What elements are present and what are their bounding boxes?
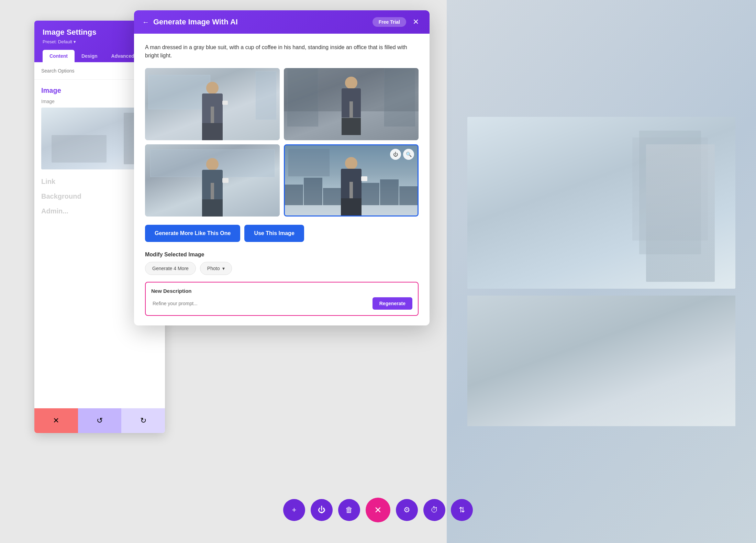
new-description-title: New Description bbox=[151, 288, 412, 294]
image-cell-1[interactable] bbox=[145, 68, 280, 140]
modify-title: Modify Selected Image bbox=[145, 252, 419, 258]
close-toolbar-button[interactable]: ✕ bbox=[366, 498, 390, 522]
settings-toolbar-button[interactable]: ⚙ bbox=[396, 499, 418, 521]
generate-4-more-button[interactable]: Generate 4 More bbox=[145, 262, 196, 275]
image-overlay-icons: ⏻ 🔍 bbox=[390, 149, 414, 160]
new-description-box: New Description Regenerate bbox=[145, 282, 419, 316]
new-description-input-row: Regenerate bbox=[151, 297, 412, 310]
delete-toolbar-button[interactable]: 🗑 bbox=[338, 499, 360, 521]
bg-top-image bbox=[467, 117, 735, 289]
history-toolbar-button[interactable]: ⏱ bbox=[423, 499, 445, 521]
tab-content[interactable]: Content bbox=[43, 50, 75, 62]
cancel-icon: ✕ bbox=[53, 416, 59, 425]
free-trial-badge[interactable]: Free Trial bbox=[373, 17, 406, 27]
image-grid: ⏻ 🔍 bbox=[145, 68, 419, 217]
modal-header-right: Free Trial ✕ bbox=[373, 16, 421, 27]
bg-bottom-image bbox=[467, 296, 735, 426]
cancel-button[interactable]: ✕ bbox=[34, 408, 78, 433]
gear-icon: ⚙ bbox=[403, 506, 410, 514]
add-icon: + bbox=[292, 506, 297, 514]
regenerate-button[interactable]: Regenerate bbox=[373, 297, 412, 310]
image-cell-3[interactable] bbox=[145, 144, 280, 217]
sort-toolbar-button[interactable]: ⇅ bbox=[451, 499, 473, 521]
close-icon: ✕ bbox=[374, 505, 382, 516]
generate-image-modal: ← Generate Image With AI Free Trial ✕ A … bbox=[134, 10, 430, 325]
photo-option-label: Photo bbox=[207, 266, 220, 271]
history-icon: ⏱ bbox=[431, 506, 438, 514]
undo-button[interactable]: ↺ bbox=[78, 408, 122, 433]
bottom-toolbar: + ⏻ 🗑 ✕ ⚙ ⏱ ⇅ bbox=[283, 498, 473, 522]
modal-title: Generate Image With AI bbox=[153, 18, 238, 26]
power-icon: ⏻ bbox=[318, 506, 325, 514]
refine-prompt-input[interactable] bbox=[151, 298, 369, 309]
redo-icon: ↻ bbox=[140, 416, 146, 425]
image-cell-4[interactable]: ⏻ 🔍 bbox=[284, 144, 419, 217]
panel-title: Image Settings bbox=[43, 28, 96, 37]
background-image-panel bbox=[447, 0, 756, 543]
add-toolbar-button[interactable]: + bbox=[283, 499, 305, 521]
photo-type-select[interactable]: Photo ▾ bbox=[200, 262, 232, 275]
panel-actions: ✕ ↺ ↻ bbox=[34, 408, 165, 433]
modify-controls: Generate 4 More Photo ▾ bbox=[145, 262, 419, 275]
generate-more-button[interactable]: Generate More Like This One bbox=[145, 225, 240, 242]
trash-icon: 🗑 bbox=[345, 506, 353, 514]
redo-button[interactable]: ↻ bbox=[121, 408, 165, 433]
use-image-button[interactable]: Use This Image bbox=[244, 225, 304, 242]
image-cell-2[interactable] bbox=[284, 68, 419, 140]
chevron-down-icon: ▾ bbox=[222, 266, 225, 271]
modify-section: Modify Selected Image Generate 4 More Ph… bbox=[145, 252, 419, 275]
zoom-overlay-icon[interactable]: 🔍 bbox=[403, 149, 414, 160]
tab-design[interactable]: Design bbox=[75, 50, 104, 62]
power-toolbar-button[interactable]: ⏻ bbox=[311, 499, 333, 521]
sort-icon: ⇅ bbox=[459, 506, 465, 514]
modal-header: ← Generate Image With AI Free Trial ✕ bbox=[134, 10, 430, 34]
modal-close-button[interactable]: ✕ bbox=[410, 16, 421, 27]
action-buttons: Generate More Like This One Use This Ima… bbox=[145, 225, 419, 242]
modal-back-icon[interactable]: ← bbox=[142, 18, 149, 26]
prompt-text: A man dressed in a gray blue suit, with … bbox=[145, 43, 419, 60]
modal-body: A man dressed in a gray blue suit, with … bbox=[134, 34, 430, 325]
undo-icon: ↺ bbox=[97, 416, 103, 425]
modal-title-group: ← Generate Image With AI bbox=[142, 18, 238, 26]
power-overlay-icon[interactable]: ⏻ bbox=[390, 149, 401, 160]
